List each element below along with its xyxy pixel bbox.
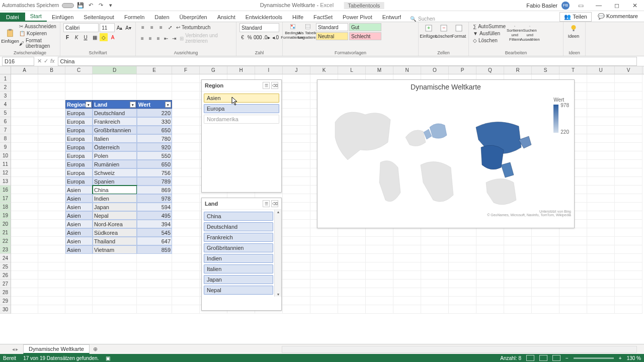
select-all-corner[interactable] [0,66,11,74]
cell[interactable] [421,254,449,262]
cell[interactable] [38,211,65,220]
cell[interactable] [532,288,559,297]
add-sheet-button[interactable]: ⊕ [92,345,100,353]
cell[interactable] [449,237,476,245]
cell[interactable] [449,305,476,314]
cell[interactable] [476,297,504,305]
cell[interactable] [283,109,310,117]
cell[interactable] [559,297,587,305]
align-right-button[interactable]: ≡ [155,34,162,42]
cell[interactable] [587,109,615,117]
cell[interactable] [615,151,642,160]
row-header[interactable]: 12 [0,168,11,177]
cell[interactable] [449,254,476,262]
cell[interactable] [449,280,476,288]
align-left-button[interactable]: ≡ [139,34,146,42]
underline-button[interactable]: U [82,33,90,41]
cell[interactable] [615,177,642,186]
cell[interactable] [11,117,38,126]
cell[interactable] [172,245,200,254]
cell[interactable] [172,228,200,237]
cell[interactable] [38,160,65,168]
cell[interactable] [615,143,642,151]
cell[interactable] [532,271,559,280]
cell[interactable] [615,74,642,83]
cell[interactable] [504,254,532,262]
cell[interactable] [421,228,449,237]
cell[interactable]: 594 [137,203,172,211]
cell[interactable]: Vietnam [93,245,137,254]
cell[interactable] [421,288,449,297]
cell[interactable] [11,109,38,117]
cell[interactable] [283,280,310,288]
cell[interactable] [421,262,449,271]
cell[interactable] [421,280,449,288]
cell[interactable] [38,100,65,109]
cell[interactable]: 789 [137,177,172,186]
cell[interactable] [504,297,532,305]
cell[interactable] [615,297,642,305]
close-button[interactable]: ✕ [628,2,642,9]
cell[interactable] [65,297,93,305]
slicer-land[interactable]: Land ☰ ⌫ China Deutschland Frankreich Gr… [201,198,282,311]
cell[interactable] [559,288,587,297]
cell[interactable] [38,186,65,194]
cell[interactable] [172,168,200,177]
cell[interactable] [310,245,338,254]
cell[interactable] [283,151,310,160]
cell[interactable] [476,271,504,280]
delete-cells-button[interactable]: −Löschen [437,23,451,39]
cell[interactable] [11,228,38,237]
cell[interactable] [449,262,476,271]
cell[interactable] [283,92,310,100]
tab-factset[interactable]: FactSet [308,13,338,22]
cell[interactable] [615,280,642,288]
scroll-down-icon[interactable]: ▾ [275,292,281,297]
slicer-region[interactable]: Region ☰ ⌫ Asien Europa Nordamerika [201,79,282,193]
cell[interactable] [11,297,38,305]
cell[interactable] [38,305,65,314]
cell[interactable]: Japan [93,203,137,211]
fill-button[interactable]: ▼ Ausfüllen [472,30,507,37]
cell[interactable]: Land▾ [93,100,137,109]
cell[interactable] [366,288,393,297]
insert-cells-button[interactable]: +Einfügen [422,23,436,39]
cell[interactable] [283,126,310,134]
col-header-M[interactable]: M [366,66,393,74]
cell[interactable] [11,143,38,151]
cell[interactable] [283,245,310,254]
cell[interactable] [11,83,38,92]
cell[interactable]: Frankreich [93,117,137,126]
cell[interactable]: Nepal [93,211,137,220]
row-header[interactable]: 22 [0,237,11,245]
clear-filter-icon[interactable]: ⌫ [271,200,278,207]
cell[interactable] [38,288,65,297]
cell[interactable]: China [93,186,137,194]
cell[interactable] [93,254,137,262]
row-header[interactable]: 16 [0,186,11,194]
cell[interactable] [172,288,200,297]
row-header[interactable]: 23 [0,245,11,254]
italic-button[interactable]: K [72,33,80,41]
cell[interactable] [172,134,200,143]
cell[interactable] [283,297,310,305]
cell[interactable]: 650 [137,126,172,134]
merge-button[interactable]: ⊞ Verbinden und zentrieren [179,32,233,44]
cell[interactable] [559,262,587,271]
cell[interactable] [504,305,532,314]
cell[interactable] [366,228,393,237]
cell[interactable] [532,245,559,254]
cell[interactable] [449,297,476,305]
cell[interactable] [310,262,338,271]
align-center-button[interactable]: ≡ [147,34,154,42]
row-header[interactable]: 18 [0,203,11,211]
cell[interactable] [615,160,642,168]
col-header-N[interactable]: N [393,66,421,74]
cell[interactable]: Großbritannien [93,126,137,134]
cell[interactable] [283,305,310,314]
row-header[interactable]: 4 [0,100,11,109]
col-header-E[interactable]: E [137,66,172,74]
cell[interactable] [11,288,38,297]
cell[interactable] [93,262,137,271]
cell[interactable]: Deutschland [93,109,137,117]
